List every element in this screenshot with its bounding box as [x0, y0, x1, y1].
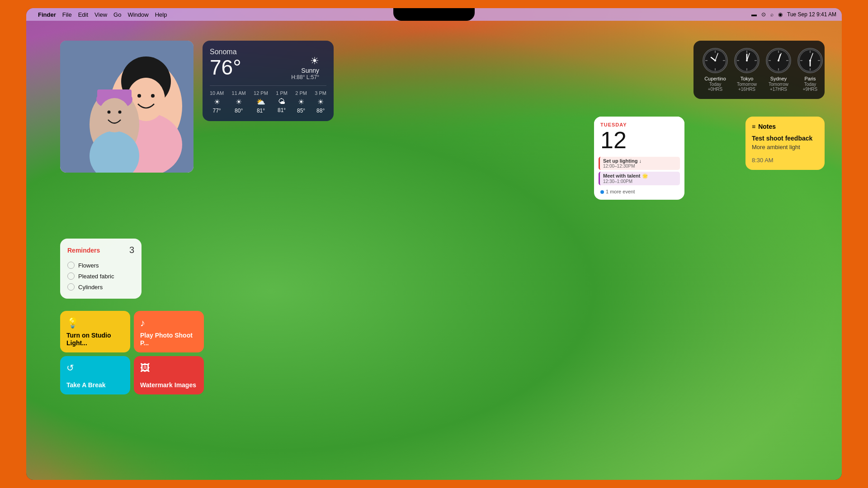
- svg-point-13: [118, 111, 122, 114]
- menubar-window[interactable]: Window: [127, 11, 148, 18]
- clock-cupertino-city: Cupertino: [703, 76, 728, 81]
- shortcut-photo-shoot[interactable]: ♪ Play Photo Shoot P...: [134, 311, 204, 352]
- control-center-icon[interactable]: ◉: [778, 11, 783, 18]
- menubar-help[interactable]: Help: [155, 11, 167, 18]
- calendar-widget: TUESDAY 12 Set up lighting ↓ 12:00–12:30…: [594, 117, 684, 200]
- clocks-widget: Cupertino Today +0HRS Tokyo To: [693, 41, 825, 99]
- weather-hour-1: 11 AM ☀ 80°: [232, 90, 246, 114]
- clock-tokyo-city: Tokyo: [734, 76, 760, 81]
- svg-point-21: [714, 60, 716, 61]
- photo-widget: [60, 41, 193, 173]
- clock-paris-city: Paris: [797, 76, 823, 81]
- clock-sydney: Sydney Tomorrow +17HRS: [766, 48, 791, 92]
- calendar-event-1[interactable]: Meet with talent 🌟 12:30–1:00PM: [599, 172, 680, 185]
- clock-tokyo-offset: +16HRS: [734, 87, 760, 92]
- svg-point-11: [99, 98, 130, 132]
- datetime-display: Tue Sep 12 9:41 AM: [787, 11, 836, 18]
- notes-note-time: 8:30 AM: [752, 157, 818, 164]
- weather-hi-lo: H:88° L:57°: [291, 74, 319, 80]
- shortcut-watermark-label: Watermark Images: [140, 381, 198, 389]
- shortcut-photo-shoot-icon: ♪: [140, 317, 198, 329]
- shortcut-photo-shoot-label: Play Photo Shoot P...: [140, 332, 198, 347]
- weather-hour-0: 10 AM ☀ 77°: [210, 90, 224, 114]
- notch: [393, 8, 475, 21]
- mac-frame: Finder File Edit View Go Window Help ▬ ⊙…: [26, 8, 842, 480]
- search-icon[interactable]: ⌕: [770, 11, 774, 18]
- menubar-finder[interactable]: Finder: [38, 11, 56, 18]
- shortcuts-grid: 💡 Turn on Studio Light... ♪ Play Photo S…: [60, 311, 204, 394]
- clock-tokyo: Tokyo Tomorrow +16HRS: [734, 48, 760, 92]
- svg-point-29: [746, 60, 748, 61]
- svg-point-37: [778, 60, 779, 61]
- notes-title: Notes: [758, 123, 776, 130]
- reminder-circle-2: [67, 283, 75, 291]
- svg-point-12: [108, 111, 111, 114]
- notes-note-title: Test shoot feedback: [752, 135, 818, 142]
- svg-point-6: [151, 94, 155, 98]
- calendar-event-0[interactable]: Set up lighting ↓ 12:00–12:30PM: [599, 157, 680, 170]
- reminders-widget: Reminders 3 Flowers Pleated fabric Cylin…: [60, 239, 142, 299]
- svg-point-45: [809, 60, 811, 61]
- menubar-file[interactable]: File: [62, 11, 72, 18]
- notes-widget[interactable]: ≡ Notes Test shoot feedback More ambient…: [745, 117, 825, 170]
- clock-sydney-when: Tomorrow: [766, 82, 791, 87]
- clock-paris-when: Today: [797, 82, 823, 87]
- clock-cupertino-when: Today: [703, 82, 728, 87]
- menubar-edit[interactable]: Edit: [78, 11, 88, 18]
- clock-tokyo-when: Tomorrow: [734, 82, 760, 87]
- reminder-item-1[interactable]: Pleated fabric: [67, 271, 134, 282]
- shortcut-watermark[interactable]: 🖼 Watermark Images: [134, 356, 204, 394]
- notes-app-icon: ≡: [752, 123, 755, 130]
- clock-paris-offset: +9HRS: [797, 87, 823, 92]
- shortcut-watermark-icon: 🖼: [140, 362, 198, 374]
- weather-hour-5: 3 PM ☀ 88°: [315, 90, 326, 114]
- weather-widget: Sonoma 76° ☀ Sunny H:88° L:57° 10 AM ☀ 7…: [203, 41, 334, 121]
- shortcut-take-break-icon: ↺: [66, 362, 124, 373]
- clock-paris: Paris Today +9HRS: [797, 48, 823, 92]
- svg-point-5: [137, 94, 141, 98]
- calendar-more: 1 more event: [594, 187, 684, 194]
- reminders-title: Reminders: [67, 247, 100, 254]
- clock-sydney-city: Sydney: [766, 76, 791, 81]
- calendar-date: 12: [600, 127, 678, 153]
- reminder-circle-1: [67, 272, 75, 280]
- battery-icon: ▬: [751, 11, 757, 18]
- reminder-circle-0: [67, 262, 75, 269]
- weather-hour-4: 2 PM ☀ 85°: [295, 90, 307, 114]
- clock-sydney-offset: +17HRS: [766, 87, 791, 92]
- shortcut-take-break[interactable]: ↺ Take A Break: [60, 356, 130, 394]
- shortcut-take-break-label: Take A Break: [66, 381, 124, 389]
- reminder-item-2[interactable]: Cylinders: [67, 282, 134, 292]
- menubar-go[interactable]: Go: [113, 11, 121, 18]
- weather-sun-icon: ☀: [291, 55, 319, 67]
- weather-hour-2: 12 PM ⛅ 81°: [254, 90, 268, 114]
- shortcut-studio-light[interactable]: 💡 Turn on Studio Light...: [60, 311, 130, 352]
- shortcut-studio-light-label: Turn on Studio Light...: [66, 332, 124, 347]
- wifi-icon: ⊙: [761, 11, 766, 18]
- svg-rect-10: [97, 89, 132, 99]
- notes-note-body: More ambient light: [752, 144, 818, 150]
- clock-cupertino: Cupertino Today +0HRS: [703, 48, 728, 92]
- reminders-count: 3: [129, 245, 134, 255]
- weather-condition: Sunny: [291, 67, 319, 74]
- reminder-item-0[interactable]: Flowers: [67, 260, 134, 271]
- weather-hours: 10 AM ☀ 77° 11 AM ☀ 80° 12 PM ⛅ 81° 1 PM…: [210, 85, 326, 114]
- weather-hour-3: 1 PM 🌤 81°: [276, 90, 288, 114]
- menubar-view[interactable]: View: [94, 11, 107, 18]
- shortcut-studio-light-icon: 💡: [66, 317, 124, 329]
- clock-cupertino-offset: +0HRS: [703, 87, 728, 92]
